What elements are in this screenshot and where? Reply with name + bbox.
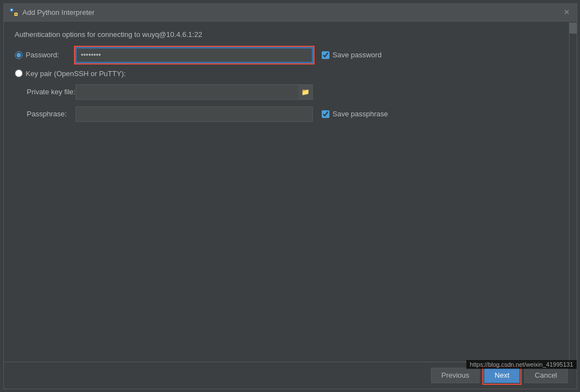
password-field-wrapper	[76, 47, 313, 63]
private-key-row: Private key file: 📁	[15, 84, 558, 100]
passphrase-label: Passphrase:	[15, 110, 76, 118]
browse-button[interactable]: 📁	[299, 84, 313, 100]
password-radio-label[interactable]: Password:	[15, 51, 76, 59]
auth-header: Authentication options for connecting to…	[15, 30, 558, 39]
scrollbar-thumb[interactable]	[570, 23, 577, 34]
keypair-radio[interactable]	[15, 69, 23, 77]
save-password-label[interactable]: Save password	[322, 51, 382, 59]
save-passphrase-text: Save passphrase	[333, 110, 388, 118]
main-content: Authentication options for connecting to…	[4, 22, 569, 362]
keypair-label: Key pair (OpenSSH or PuTTY):	[26, 69, 126, 78]
svg-point-2	[10, 9, 12, 11]
dialog: Add Python Interpreter ✕ Authentication …	[3, 3, 577, 389]
private-key-input[interactable]	[76, 84, 313, 100]
passphrase-wrapper	[76, 106, 313, 122]
folder-icon: 📁	[301, 88, 310, 96]
previous-button[interactable]: Previous	[431, 368, 480, 383]
password-radio[interactable]	[15, 51, 23, 59]
save-passphrase-label[interactable]: Save passphrase	[322, 110, 388, 118]
keypair-radio-label[interactable]: Key pair (OpenSSH or PuTTY):	[15, 69, 126, 78]
close-button[interactable]: ✕	[562, 8, 571, 17]
svg-point-3	[15, 14, 17, 15]
title-bar: Add Python Interpreter ✕	[4, 4, 577, 22]
keypair-row: Key pair (OpenSSH or PuTTY):	[15, 69, 558, 78]
passphrase-input[interactable]	[76, 106, 313, 122]
passphrase-row: Passphrase: Save passphrase	[15, 106, 558, 122]
next-button[interactable]: Next	[484, 368, 520, 383]
password-input[interactable]	[76, 47, 313, 63]
save-passphrase-checkbox[interactable]	[322, 110, 329, 118]
password-label: Password:	[26, 51, 60, 59]
private-key-label: Private key file:	[15, 88, 76, 96]
dialog-body: Authentication options for connecting to…	[4, 22, 577, 362]
app-icon	[9, 8, 18, 17]
save-password-checkbox[interactable]	[322, 51, 329, 59]
save-password-text: Save password	[333, 51, 382, 59]
dialog-title: Add Python Interpreter	[23, 8, 562, 17]
private-key-wrapper: 📁	[76, 84, 313, 100]
url-overlay: https://blog.csdn.net/weixin_41995131	[466, 360, 576, 369]
content-spacer	[15, 128, 558, 353]
password-row: Password: Save password	[15, 47, 558, 63]
scrollbar[interactable]	[569, 22, 577, 362]
cancel-button[interactable]: Cancel	[524, 368, 567, 383]
